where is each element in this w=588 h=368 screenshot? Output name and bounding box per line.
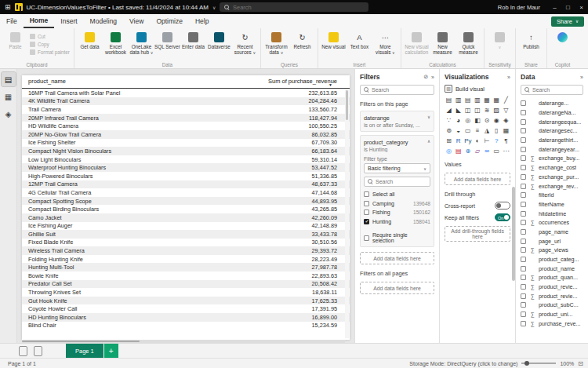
field-list-item[interactable]: ∑ daterangeequa...	[521, 117, 583, 126]
ribbon-button[interactable]: Transform data ∨	[263, 31, 289, 56]
table-row[interactable]: 4G Cellular Trail Camera 47,144.68	[22, 188, 350, 197]
field-list-item[interactable]: ∑ product_revie...	[521, 291, 583, 301]
title-chevron-icon[interactable]: ∨	[212, 5, 216, 10]
table-row[interactable]: Folding Hunting Knife 28,223.49	[22, 255, 350, 264]
waffle-menu-icon[interactable]: ⊞	[5, 3, 11, 11]
field-checkbox[interactable]	[521, 247, 526, 253]
ribbon-button[interactable]: New measure	[430, 31, 456, 55]
table-row[interactable]: Gut Hook Knife 17,625.33	[22, 297, 350, 305]
visual-type-icon[interactable]: ▤	[454, 146, 463, 155]
field-checkbox[interactable]	[521, 155, 526, 161]
table-row[interactable]: Ice Fishing Shelter 67,709.30	[22, 139, 350, 148]
visual-type-icon[interactable]: ╱	[502, 95, 510, 104]
field-checkbox[interactable]	[521, 147, 526, 152]
document-title[interactable]: UC-DimensionValuesToFilter • Last saved:…	[27, 4, 209, 11]
field-checkbox[interactable]	[521, 192, 526, 198]
field-list-item[interactable]: ∑ hitdatetime	[521, 209, 583, 218]
menu-item[interactable]: Optimize	[150, 14, 189, 28]
view-rail-button[interactable]: ▤	[2, 72, 16, 86]
field-list-item[interactable]: ∑ daterangeyear...	[521, 144, 583, 154]
visual-type-icon[interactable]: ▤	[445, 95, 453, 104]
visual-type-icon[interactable]: ◮	[483, 126, 492, 135]
field-list-item[interactable]: ∑ exchange_pur...	[521, 173, 583, 182]
ribbon-button[interactable]: ↻ Recent sources ∨	[232, 31, 258, 56]
share-button[interactable]: Share ∨	[551, 16, 584, 27]
visual-type-icon[interactable]: ◎	[463, 115, 472, 125]
field-list-item[interactable]: ∑ daterangethirt...	[521, 136, 583, 145]
field-checkbox[interactable]	[521, 128, 526, 133]
keep-all-filters-toggle[interactable]: On	[495, 213, 510, 221]
chevron-up-icon[interactable]: ∧	[427, 139, 430, 144]
visual-type-icon[interactable]: ◒	[454, 126, 463, 135]
table-visual[interactable]: product_name Sum of purchase_revenue ▼ 1…	[22, 75, 350, 340]
field-list-item[interactable]: ∑ exchange_cost	[521, 163, 583, 173]
visual-type-icon[interactable]: ∞	[483, 146, 492, 155]
field-list-item[interactable]: ∑ product_quan...	[521, 273, 583, 282]
visual-type-icon[interactable]: ▥	[473, 95, 481, 104]
sort-descending-icon[interactable]: ▼	[328, 82, 332, 87]
column-header-product-name[interactable]: product_name	[28, 78, 66, 85]
global-search[interactable]	[220, 2, 368, 12]
field-list-item[interactable]: ∑ page_name	[521, 228, 583, 237]
table-row[interactable]: Compact Birding Binoculars 43,265.85	[22, 205, 350, 213]
zoom-slider[interactable]	[521, 363, 556, 364]
field-checkbox[interactable]	[521, 312, 526, 317]
visual-type-icon[interactable]: ≋	[483, 105, 492, 115]
maximize-button[interactable]: □	[561, 0, 575, 14]
table-row[interactable]: HD Wildlife Camera 100,550.25	[22, 122, 350, 130]
filter-card-product-category[interactable]: product_category is Hunting ∧ Filter typ…	[360, 135, 434, 247]
user-name[interactable]: Rob In der Maur	[498, 4, 540, 11]
filter-type-select[interactable]: Basic filtering ∨	[364, 163, 430, 173]
ribbon-button[interactable]: New visual	[321, 31, 347, 49]
visual-type-icon[interactable]: ▱	[473, 146, 481, 155]
view-rail-button[interactable]: ◈	[2, 107, 16, 121]
visual-type-icon[interactable]: ▭	[492, 146, 501, 155]
drill-through-dropzone[interactable]: Add drill-through fields here	[445, 226, 510, 242]
filter-value-search[interactable]	[364, 177, 430, 187]
table-row[interactable]: 20MP No-Glow Trail Camera 86,032.85	[22, 130, 350, 139]
add-data-fields-dropzone-all-pages[interactable]: Add data fields here	[360, 282, 434, 294]
field-list-item[interactable]: ∑ exchange_buy...	[521, 154, 583, 163]
clipboard-button[interactable]: Format painter	[30, 49, 70, 55]
field-checkbox[interactable]	[521, 184, 526, 189]
field-list-item[interactable]: ∑ product_name	[521, 264, 583, 273]
filter-option[interactable]: Camping 139648	[364, 199, 430, 209]
add-page-button[interactable]: +	[104, 344, 118, 358]
table-scrollbar[interactable]	[345, 89, 349, 338]
visual-type-icon[interactable]: ▤	[463, 95, 472, 104]
fit-to-page-icon[interactable]: ⊡	[578, 360, 583, 367]
table-row[interactable]: Trail Camera 133,560.72	[22, 105, 350, 114]
global-search-input[interactable]	[233, 4, 364, 11]
table-row[interactable]: Camo Jacket 42,260.09	[22, 213, 350, 222]
field-checkbox[interactable]	[521, 239, 526, 244]
collapse-pane-icon[interactable]: »	[507, 75, 510, 80]
ribbon-button[interactable]: ↻ Refresh	[289, 31, 315, 49]
visual-type-icon[interactable]: ⋯	[502, 146, 510, 155]
field-checkbox[interactable]	[521, 174, 526, 180]
data-search-input[interactable]	[532, 87, 579, 93]
table-row[interactable]: 20MP Infrared Trail Camera 118,427.94	[22, 114, 350, 122]
field-list-item[interactable]: ∑ product_subC...	[521, 301, 583, 310]
close-button[interactable]: ×	[575, 0, 588, 14]
visual-type-icon[interactable]: ◐	[473, 136, 481, 145]
table-row[interactable]: Blind Chair 15,234.59	[22, 322, 350, 330]
ribbon-button[interactable]: OneLake data hub ∨	[129, 31, 154, 56]
chevron-down-icon[interactable]: ∨	[427, 115, 430, 119]
filter-option[interactable]: Select all	[364, 190, 430, 199]
field-list-item[interactable]: ∑ product_revie...	[521, 282, 583, 292]
table-scrollbar-thumb[interactable]	[346, 90, 348, 120]
copilot-button[interactable]	[550, 31, 575, 44]
field-checkbox[interactable]	[521, 119, 526, 125]
report-canvas[interactable]: product_name Sum of purchase_revenue ▼ 1…	[17, 69, 354, 343]
checkbox[interactable]	[364, 191, 369, 197]
visual-type-icon[interactable]: ▨	[492, 105, 501, 115]
visual-type-icon[interactable]: ◕	[454, 115, 463, 125]
filters-search-input[interactable]	[372, 87, 430, 93]
storage-mode[interactable]: Storage Mode: DirectQuery (click to chan…	[409, 361, 517, 366]
visual-type-icon[interactable]: ◢	[445, 105, 453, 115]
visual-type-icon[interactable]: ◈	[502, 115, 510, 125]
field-checkbox[interactable]	[521, 257, 526, 262]
table-row[interactable]: Fixed Blade Knife 30,510.56	[22, 239, 350, 247]
zoom-level[interactable]: 100%	[560, 361, 574, 366]
visual-type-icon[interactable]: ▦	[483, 95, 492, 104]
